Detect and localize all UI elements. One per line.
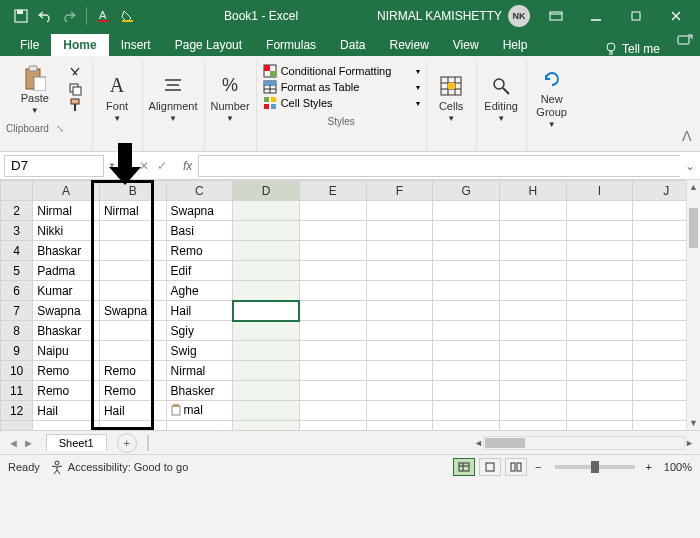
cell[interactable]: Aghe [166, 281, 233, 301]
cell[interactable] [499, 361, 566, 381]
cell[interactable] [566, 401, 633, 421]
cell[interactable] [233, 221, 300, 241]
cell[interactable] [366, 381, 433, 401]
cells-button[interactable]: Cells ▼ [439, 60, 463, 136]
cell[interactable] [433, 241, 500, 261]
save-icon[interactable] [12, 7, 30, 25]
cell[interactable] [366, 321, 433, 341]
cell[interactable] [299, 321, 366, 341]
cell[interactable] [566, 261, 633, 281]
cell[interactable]: Remo [33, 381, 100, 401]
cell-styles-button[interactable]: Cell Styles ▾ [263, 96, 420, 110]
cell[interactable]: Swapna [33, 301, 100, 321]
expand-formula-bar-icon[interactable]: ⌄ [680, 159, 700, 173]
cell[interactable] [299, 341, 366, 361]
cell[interactable]: Naipu [33, 341, 100, 361]
cell[interactable]: Sgiy [166, 321, 233, 341]
cell[interactable] [233, 321, 300, 341]
column-header[interactable]: C [166, 181, 233, 201]
normal-view-button[interactable] [453, 458, 475, 476]
cell[interactable] [233, 261, 300, 281]
cell[interactable] [299, 201, 366, 221]
name-box[interactable] [4, 155, 104, 177]
cell[interactable] [366, 361, 433, 381]
row-header[interactable]: 9 [1, 341, 33, 361]
row-header[interactable]: 2 [1, 201, 33, 221]
cell[interactable]: Swapna [166, 201, 233, 221]
row-header[interactable]: 7 [1, 301, 33, 321]
cell[interactable] [233, 381, 300, 401]
cell[interactable] [433, 321, 500, 341]
cell[interactable] [366, 241, 433, 261]
cell[interactable] [99, 281, 166, 301]
cell[interactable] [366, 281, 433, 301]
cell[interactable] [233, 401, 300, 421]
horizontal-scrollbar[interactable]: ◄ ► [474, 436, 694, 450]
column-header[interactable]: A [33, 181, 100, 201]
cell[interactable] [433, 221, 500, 241]
cell[interactable] [566, 341, 633, 361]
minimize-icon[interactable] [576, 0, 616, 32]
cell[interactable] [366, 201, 433, 221]
undo-icon[interactable] [36, 7, 54, 25]
cell[interactable] [433, 281, 500, 301]
sheet-nav-prev-icon[interactable]: ◄ [8, 437, 19, 449]
cell[interactable] [299, 281, 366, 301]
cell[interactable] [366, 261, 433, 281]
cell[interactable] [433, 341, 500, 361]
cell[interactable] [499, 221, 566, 241]
cell[interactable]: Hail [99, 401, 166, 421]
cell[interactable]: Bhaskar [33, 241, 100, 261]
row-header[interactable] [1, 421, 33, 431]
cell[interactable]: Nirmal [33, 201, 100, 221]
vertical-scrollbar[interactable]: ▲ ▼ [686, 180, 700, 430]
cell[interactable] [566, 361, 633, 381]
redo-icon[interactable] [60, 7, 78, 25]
cell[interactable] [433, 381, 500, 401]
share-icon[interactable] [670, 24, 700, 56]
cell[interactable] [499, 201, 566, 221]
formula-input[interactable] [198, 155, 680, 177]
accessibility-status[interactable]: Accessibility: Good to go [50, 460, 188, 474]
zoom-slider[interactable] [555, 465, 635, 469]
sheet-tab-1[interactable]: Sheet1 [46, 434, 107, 451]
cell[interactable] [566, 201, 633, 221]
cell[interactable] [299, 261, 366, 281]
cell[interactable] [499, 281, 566, 301]
cell[interactable] [299, 381, 366, 401]
row-header[interactable]: 5 [1, 261, 33, 281]
cell[interactable] [233, 201, 300, 221]
tab-review[interactable]: Review [377, 34, 440, 56]
column-header[interactable]: G [433, 181, 500, 201]
cell[interactable]: Swapna [99, 301, 166, 321]
conditional-formatting-button[interactable]: Conditional Formatting ▾ [263, 64, 420, 78]
cell[interactable]: Hail [166, 301, 233, 321]
row-header[interactable]: 6 [1, 281, 33, 301]
tab-insert[interactable]: Insert [109, 34, 163, 56]
cell[interactable]: Basi [166, 221, 233, 241]
copy-icon[interactable] [68, 82, 82, 96]
tab-view[interactable]: View [441, 34, 491, 56]
cell[interactable] [299, 241, 366, 261]
tab-home[interactable]: Home [51, 34, 108, 56]
cell[interactable]: Bhasker [166, 381, 233, 401]
cell[interactable] [499, 381, 566, 401]
cell[interactable] [499, 301, 566, 321]
editing-button[interactable]: Editing ▼ [484, 60, 518, 136]
tab-page-layout[interactable]: Page Layout [163, 34, 254, 56]
format-painter-icon[interactable] [68, 98, 82, 112]
cell[interactable] [433, 301, 500, 321]
select-all-button[interactable] [1, 181, 33, 201]
cut-icon[interactable] [68, 66, 82, 80]
cell[interactable] [433, 261, 500, 281]
paste-button[interactable]: Paste ▼ [6, 60, 64, 121]
row-header[interactable]: 12 [1, 401, 33, 421]
scroll-thumb[interactable] [485, 438, 525, 448]
cell[interactable]: Kumar [33, 281, 100, 301]
cell[interactable] [233, 361, 300, 381]
fill-color-icon[interactable] [119, 7, 137, 25]
cell[interactable] [233, 281, 300, 301]
cell[interactable] [433, 361, 500, 381]
cell[interactable] [566, 321, 633, 341]
zoom-handle[interactable] [591, 461, 599, 473]
